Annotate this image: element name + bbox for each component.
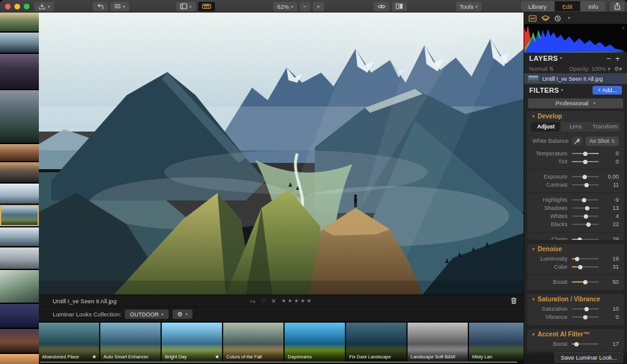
remove-layer-button[interactable]: −: [604, 54, 613, 63]
slider-knob[interactable]: [578, 265, 582, 269]
slider-track[interactable]: [572, 266, 599, 268]
slider-track[interactable]: [572, 207, 599, 209]
filmstrip-thumbnail[interactable]: [0, 304, 39, 328]
slider-knob[interactable]: [584, 183, 589, 187]
star-rating[interactable]: ★★★★★: [282, 298, 313, 304]
workspace-dropdown[interactable]: Professional ▾: [528, 98, 623, 108]
denoise-header[interactable]: ▾Denoise: [527, 244, 624, 255]
zoom-in-button[interactable]: +: [313, 2, 324, 11]
look-preset[interactable]: Bright Day★: [162, 323, 222, 361]
accent-ai-filter-header[interactable]: ▾Accent AI Filter™: [527, 329, 624, 340]
zoom-window-button[interactable]: [24, 4, 29, 9]
filmstrip-thumbnail[interactable]: [0, 162, 39, 182]
star-icon[interactable]: ★: [92, 354, 97, 360]
close-window-button[interactable]: [5, 4, 11, 9]
slider-knob[interactable]: [583, 152, 587, 156]
look-preset[interactable]: Abandoned Place★: [39, 323, 99, 361]
tab-info[interactable]: Info: [581, 1, 606, 11]
looks-settings-button[interactable]: ⚙ ▾: [172, 309, 192, 319]
zoom-out-button[interactable]: −: [300, 2, 311, 11]
look-preset[interactable]: Misty Lan: [469, 323, 524, 361]
look-preset[interactable]: Landscape Soft B&W: [408, 323, 468, 361]
filmstrip-thumbnail[interactable]: [0, 227, 39, 246]
view-options-button[interactable]: ▾: [110, 2, 129, 11]
develop-header[interactable]: ▾ Develop: [527, 111, 624, 122]
slider-track[interactable]: [572, 308, 599, 309]
look-preset[interactable]: Fix Dark Landscape: [346, 323, 406, 361]
slider-track[interactable]: [572, 343, 599, 345]
develop-tab-lens[interactable]: Lens: [561, 122, 590, 132]
filmstrip-thumbnail[interactable]: [0, 144, 39, 161]
tools-dropdown[interactable]: Tools ▾: [456, 2, 482, 11]
trash-button[interactable]: [510, 297, 517, 306]
look-preset[interactable]: Colors of the Fall: [223, 323, 283, 361]
photo-canvas[interactable]: [39, 13, 524, 294]
add-filters-button[interactable]: + Add...: [593, 86, 622, 95]
slider-knob[interactable]: [583, 160, 587, 164]
slider-knob[interactable]: [583, 280, 587, 284]
highlight-clipping-icon[interactable]: ▵: [622, 25, 624, 30]
layers-visibility-icon[interactable]: [541, 15, 550, 22]
slider-knob[interactable]: [584, 307, 589, 311]
filmstrip-thumbnail[interactable]: [0, 54, 39, 89]
looks-scrollbar[interactable]: [39, 361, 524, 364]
slider-knob[interactable]: [583, 315, 587, 320]
quick-preview-button[interactable]: [374, 2, 389, 11]
save-luminar-look-button[interactable]: Save Luminar Look...: [554, 352, 623, 363]
slider-knob[interactable]: [577, 237, 582, 240]
white-balance-dropper-button[interactable]: [572, 137, 582, 145]
slider-track[interactable]: [572, 281, 599, 283]
slider-track[interactable]: [572, 161, 599, 162]
slider-track[interactable]: [572, 199, 599, 200]
shadow-clipping-icon[interactable]: ▵: [527, 25, 529, 30]
slider-track[interactable]: [572, 153, 599, 154]
histogram[interactable]: ▵ ▵: [524, 24, 627, 53]
slider-track[interactable]: [572, 239, 599, 240]
slider-knob[interactable]: [585, 206, 589, 211]
slider-knob[interactable]: [575, 257, 579, 261]
add-layer-button[interactable]: +: [613, 54, 622, 63]
develop-tab-transform[interactable]: Transform: [591, 122, 620, 132]
tab-library[interactable]: Library: [521, 1, 555, 11]
color-label-dropdown[interactable]: ○▾: [250, 298, 255, 304]
slider-track[interactable]: [572, 316, 599, 318]
filmstrip-thumbnail[interactable]: [0, 270, 39, 303]
filmstrip-thumbnail[interactable]: [0, 90, 39, 143]
slider-knob[interactable]: [574, 342, 579, 346]
slider-track[interactable]: [572, 224, 599, 225]
chevron-down-icon[interactable]: ▾: [568, 16, 571, 21]
slider-track[interactable]: [572, 184, 599, 185]
look-preset[interactable]: Daydreams: [285, 323, 345, 361]
slider-knob[interactable]: [582, 198, 586, 202]
zoom-level-dropdown[interactable]: 62% ▾: [273, 2, 297, 11]
undo-button[interactable]: [93, 2, 108, 11]
layer-row[interactable]: Untill I_ve Seen it All.jpg: [524, 73, 627, 84]
reject-icon[interactable]: ✕: [271, 298, 276, 304]
look-preset[interactable]: Auto Smart Enhancer: [100, 323, 161, 361]
filmstrip-thumbnail[interactable]: [0, 247, 39, 269]
layer-settings-button[interactable]: ⚙▾: [614, 66, 622, 72]
slider-knob[interactable]: [584, 214, 588, 219]
slider-track[interactable]: [572, 258, 599, 259]
slider-track[interactable]: [572, 176, 599, 177]
filmstrip-thumbnail[interactable]: [0, 329, 39, 353]
star-icon[interactable]: ★: [215, 354, 219, 360]
opacity-control[interactable]: Opacity: 100% ▾: [569, 66, 611, 72]
slider-knob[interactable]: [582, 175, 587, 179]
quick-edit-icon[interactable]: [529, 15, 537, 22]
filmstrip-thumbnail[interactable]: [0, 184, 39, 204]
filmstrip-thumbnail[interactable]: [0, 354, 39, 364]
saturation-vibrance-header[interactable]: ▾Saturation / Vibrance: [527, 294, 624, 305]
blend-mode-select[interactable]: Normal ⇅: [529, 66, 554, 72]
panel-layout-button[interactable]: ▾: [176, 2, 196, 11]
tab-edit[interactable]: Edit: [555, 1, 581, 11]
develop-tab-adjust[interactable]: Adjust: [531, 122, 561, 132]
compare-button[interactable]: [392, 2, 407, 11]
slider-knob[interactable]: [586, 222, 591, 227]
chevron-down-icon[interactable]: ▾: [561, 88, 564, 93]
filmstrip-toggle-button[interactable]: [198, 2, 215, 11]
filmstrip-thumbnail[interactable]: [0, 13, 39, 31]
share-button[interactable]: [610, 2, 624, 11]
white-balance-select[interactable]: As Shot ⇅: [586, 137, 619, 146]
history-clock-icon[interactable]: [554, 15, 562, 22]
